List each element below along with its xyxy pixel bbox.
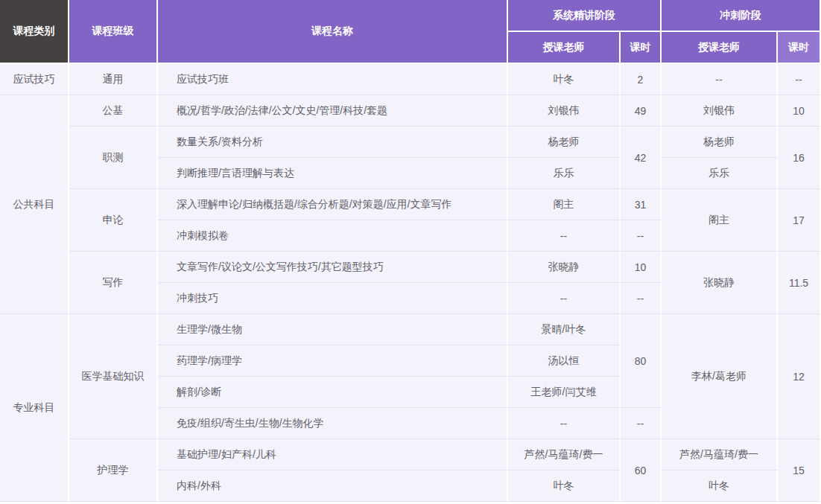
cell-teacher-system: 叶冬 [508, 64, 621, 95]
cell-hours-system: 49 [621, 95, 662, 127]
cell-teacher-system: -- [508, 220, 621, 252]
cell-class: 护理学 [69, 439, 158, 502]
course-schedule-table: 课程类别 课程班级 课程名称 系统精讲阶段 冲刺阶段 授课老师 课时 授课老师 … [0, 0, 821, 502]
header-group-sprint: 冲刺阶段 [662, 0, 821, 32]
header-category: 课程类别 [0, 0, 69, 64]
cell-teacher-sprint: 刘银伟 [662, 95, 778, 127]
cell-course: 药理学/病理学 [158, 345, 508, 377]
cell-teacher-sprint: 叶冬 [662, 470, 778, 502]
cell-class: 医学基础知识 [69, 314, 158, 439]
header-row-groups: 课程类别 课程班级 课程名称 系统精讲阶段 冲刺阶段 [0, 0, 821, 32]
cell-teacher-system: 杨老师 [508, 127, 621, 158]
cell-category: 公共科目 [0, 95, 69, 314]
cell-teacher-sprint: 李林/葛老师 [662, 314, 778, 439]
cell-teacher-system: -- [508, 408, 621, 439]
cell-course: 冲刺技巧 [158, 283, 508, 314]
cell-hours-system: 31 [621, 189, 662, 220]
cell-teacher-system: 王老师/闫艾维 [508, 377, 621, 408]
cell-course: 判断推理/言语理解与表达 [158, 158, 508, 189]
cell-hours-sprint: 17 [778, 189, 821, 252]
cell-teacher-system: 刘银伟 [508, 95, 621, 127]
cell-course: 数量关系/资料分析 [158, 127, 508, 158]
header-class: 课程班级 [69, 0, 158, 64]
table-row: 写作 文章写作/议论文/公文写作技巧/其它题型技巧 张晓静 10 张晓静 11.… [0, 252, 821, 283]
cell-teacher-sprint: 阁主 [662, 189, 778, 252]
cell-class: 公基 [69, 95, 158, 127]
cell-category: 应试技巧 [0, 64, 69, 95]
cell-hours-sprint: 12 [778, 314, 821, 439]
cell-hours-system: -- [621, 408, 662, 439]
cell-course: 冲刺模拟卷 [158, 220, 508, 252]
table-row: 专业科目 医学基础知识 生理学/微生物 景晴/叶冬 80 李林/葛老师 12 [0, 314, 821, 345]
table-row: 应试技巧 通用 应试技巧班 叶冬 2 -- -- [0, 64, 821, 95]
cell-course: 深入理解申论/归纳概括题/综合分析题/对策题/应用/文章写作 [158, 189, 508, 220]
cell-teacher-system: 汤以恒 [508, 345, 621, 377]
cell-hours-sprint: 15 [778, 439, 821, 502]
cell-course: 内科/外科 [158, 470, 508, 502]
cell-course: 概况/哲学/政治/法律/公文/文史/管理/科技/套题 [158, 95, 508, 127]
cell-class: 申论 [69, 189, 158, 252]
cell-class: 通用 [69, 64, 158, 95]
cell-hours-system: 10 [621, 252, 662, 283]
cell-hours-system: 42 [621, 127, 662, 189]
cell-teacher-system: 阁主 [508, 189, 621, 220]
header-teacher-sprint: 授课老师 [662, 32, 778, 64]
cell-course: 免疫/组织/寄生虫/生物/生物化学 [158, 408, 508, 439]
cell-hours-sprint: 16 [778, 127, 821, 189]
table-row: 职测 数量关系/资料分析 杨老师 42 杨老师 16 [0, 127, 821, 158]
cell-teacher-system: 芦然/马蕴琦/费一 [508, 439, 621, 470]
cell-hours-sprint: 10 [778, 95, 821, 127]
cell-teacher-system: 叶冬 [508, 470, 621, 502]
header-group-system: 系统精讲阶段 [508, 0, 662, 32]
cell-course: 应试技巧班 [158, 64, 508, 95]
cell-teacher-sprint: 张晓静 [662, 252, 778, 314]
course-schedule-page: 课程类别 课程班级 课程名称 系统精讲阶段 冲刺阶段 授课老师 课时 授课老师 … [0, 0, 821, 504]
table-row: 公共科目 公基 概况/哲学/政治/法律/公文/文史/管理/科技/套题 刘银伟 4… [0, 95, 821, 127]
header-hours-system: 课时 [621, 32, 662, 64]
cell-category: 专业科目 [0, 314, 69, 502]
table-row: 申论 深入理解申论/归纳概括题/综合分析题/对策题/应用/文章写作 阁主 31 … [0, 189, 821, 220]
table-row: 护理学 基础护理/妇产科/儿科 芦然/马蕴琦/费一 60 芦然/马蕴琦/费一 1… [0, 439, 821, 470]
cell-course: 基础护理/妇产科/儿科 [158, 439, 508, 470]
cell-teacher-system: 乐乐 [508, 158, 621, 189]
cell-teacher-sprint: 芦然/马蕴琦/费一 [662, 439, 778, 470]
cell-teacher-sprint: -- [662, 64, 778, 95]
cell-hours-system: 80 [621, 314, 662, 408]
cell-teacher-sprint: 杨老师 [662, 127, 778, 158]
cell-class: 职测 [69, 127, 158, 189]
cell-teacher-system: -- [508, 283, 621, 314]
cell-hours-sprint: 11.5 [778, 252, 821, 314]
cell-course: 解剖/诊断 [158, 377, 508, 408]
cell-hours-sprint: -- [778, 64, 821, 95]
cell-hours-system: -- [621, 220, 662, 252]
cell-hours-system: -- [621, 283, 662, 314]
cell-class: 写作 [69, 252, 158, 314]
cell-course: 生理学/微生物 [158, 314, 508, 345]
cell-hours-system: 60 [621, 439, 662, 502]
cell-hours-system: 2 [621, 64, 662, 95]
cell-teacher-sprint: 乐乐 [662, 158, 778, 189]
cell-course: 文章写作/议论文/公文写作技巧/其它题型技巧 [158, 252, 508, 283]
header-teacher-system: 授课老师 [508, 32, 621, 64]
header-hours-sprint: 课时 [778, 32, 821, 64]
header-course: 课程名称 [158, 0, 508, 64]
cell-teacher-system: 张晓静 [508, 252, 621, 283]
cell-teacher-system: 景晴/叶冬 [508, 314, 621, 345]
